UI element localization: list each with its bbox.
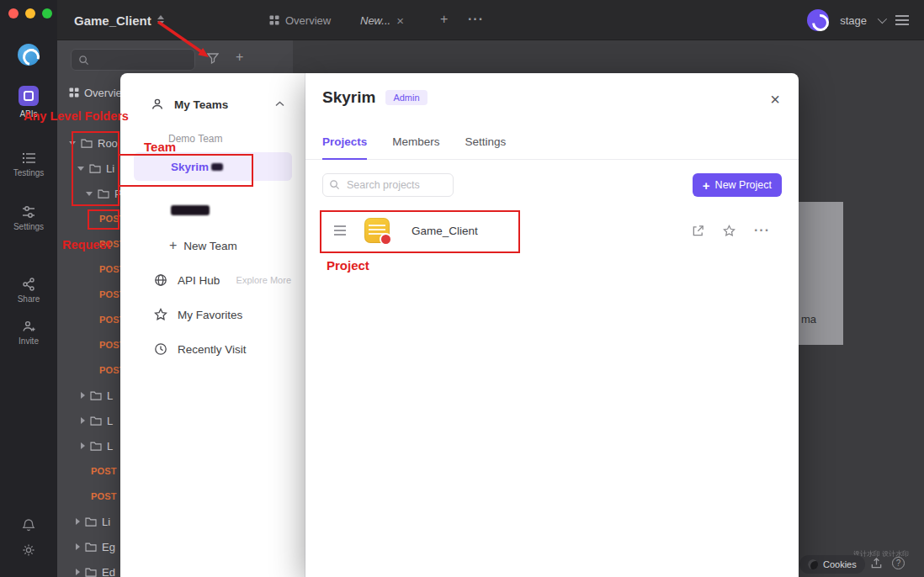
help-icon[interactable] (892, 557, 905, 569)
tab-members[interactable]: Members (392, 135, 439, 159)
caret-right-icon (76, 569, 80, 575)
grid-icon (269, 15, 279, 25)
project-switcher[interactable]: Game_Client (74, 0, 164, 40)
background-right-panel-fragment: ma (798, 202, 843, 345)
project-row[interactable]: Game_Client (322, 209, 782, 252)
caret-right-icon (76, 543, 80, 550)
caret-right-icon (81, 442, 85, 449)
star-icon (154, 308, 167, 321)
tab-settings[interactable]: Settings (465, 135, 507, 159)
filter-funnel-icon[interactable] (207, 53, 219, 64)
folder-icon (90, 390, 102, 400)
recently-visit-item[interactable]: Recently Visit (120, 335, 305, 363)
more-options-icon[interactable] (754, 223, 770, 238)
cookie-icon (808, 559, 818, 569)
sidebar-item-testings[interactable]: Testings (0, 151, 57, 177)
grid-icon (69, 87, 79, 98)
tree-search-input[interactable] (71, 49, 195, 71)
watermark: 设计水印 设计水印 (853, 550, 921, 558)
favorite-star-icon[interactable] (723, 225, 735, 237)
window-zoom-button[interactable] (42, 8, 52, 19)
admin-badge: Admin (385, 90, 427, 105)
api-hub-item[interactable]: API Hub Explore More (120, 266, 305, 294)
caret-down-icon (86, 192, 93, 196)
share-icon (22, 278, 35, 291)
redacted-text (211, 163, 223, 171)
modal-header: Skyrim Admin (305, 73, 799, 107)
drag-handle-icon[interactable] (334, 230, 346, 231)
sidebar-item-invite[interactable]: Invite (0, 320, 57, 346)
new-team-button[interactable]: New Team (120, 231, 305, 260)
modal-toolbar: New Project (322, 173, 782, 197)
plus-icon (169, 238, 177, 253)
tab-new-request[interactable]: New... (360, 0, 404, 40)
header-right-group: stage (807, 0, 909, 40)
annotation-label-team: Team (144, 140, 176, 154)
project-search (322, 173, 454, 197)
close-tab-icon[interactable] (396, 13, 404, 28)
folder-icon (85, 542, 97, 552)
annotation-label-folders: Any Level Folders (24, 109, 129, 123)
notifications-bell-icon[interactable] (22, 518, 35, 532)
folder-icon (85, 567, 97, 577)
folder-icon (89, 163, 101, 173)
caret-down-icon (77, 167, 84, 171)
search-icon (329, 179, 340, 190)
app-screenshot: ma Game_Client Overview New... stage (0, 0, 924, 577)
tab-more-options-icon[interactable] (468, 12, 484, 27)
caret-right-icon (81, 392, 85, 399)
sidebar-item-share[interactable]: Share (0, 278, 57, 304)
sidebar-item-settings[interactable]: Settings (0, 205, 57, 231)
add-tab-button[interactable] (440, 12, 448, 27)
chevron-down-icon[interactable] (878, 14, 887, 24)
folder-icon (81, 138, 93, 148)
settings-gear-icon[interactable] (22, 543, 35, 557)
search-icon (78, 55, 89, 66)
upload-icon[interactable] (870, 557, 883, 569)
environment-selector[interactable]: stage (840, 14, 867, 27)
tab-overview[interactable]: Overview (269, 0, 331, 40)
plus-icon (703, 178, 710, 193)
project-icon (364, 218, 390, 243)
my-teams-toggle[interactable]: My Teams (120, 90, 305, 119)
annotation-label-request: Request (62, 238, 110, 251)
user-avatar[interactable] (807, 9, 829, 31)
window-close-button[interactable] (8, 8, 19, 19)
app-sidebar: APIs Testings Settings Share Invite (0, 0, 57, 577)
team-group-label: Demo Team (168, 133, 222, 145)
team-item-redacted[interactable] (134, 196, 292, 225)
open-in-new-icon[interactable] (692, 225, 704, 237)
redacted-team-name (171, 205, 210, 215)
apis-icon (19, 86, 39, 106)
add-api-button[interactable] (236, 50, 243, 65)
clock-icon (154, 342, 167, 356)
chevron-up-icon (275, 101, 284, 107)
my-favorites-item[interactable]: My Favorites (120, 300, 305, 329)
project-search-input[interactable] (322, 173, 454, 197)
app-logo[interactable] (18, 44, 40, 66)
schema-fragment-text: ma (801, 313, 816, 326)
folder-icon (85, 516, 97, 527)
team-detail-modal: Skyrim Admin Projects Members Settings N… (305, 73, 799, 577)
tab-projects[interactable]: Projects (322, 135, 367, 160)
caret-right-icon (81, 417, 85, 424)
globe-icon (154, 273, 167, 287)
annotation-label-project: Project (327, 258, 369, 273)
project-name: Game_Client (412, 225, 478, 237)
explore-more-label: Explore More (236, 275, 291, 285)
folder-icon (98, 188, 109, 199)
cookies-button[interactable]: Cookies (799, 555, 865, 574)
user-icon (151, 98, 164, 111)
team-item-skyrim[interactable]: Skyrim (134, 152, 292, 181)
invite-user-icon (22, 320, 36, 333)
current-project-title: Game_Client (74, 13, 151, 28)
sliders-icon (22, 205, 35, 219)
switch-project-icon (157, 15, 164, 25)
testings-icon (22, 151, 36, 165)
modal-tabs: Projects Members Settings (305, 135, 799, 160)
menu-icon[interactable] (895, 19, 909, 21)
new-project-button[interactable]: New Project (693, 173, 782, 197)
caret-down-icon (69, 141, 76, 146)
close-modal-button[interactable] (770, 90, 780, 109)
window-minimize-button[interactable] (25, 8, 35, 19)
